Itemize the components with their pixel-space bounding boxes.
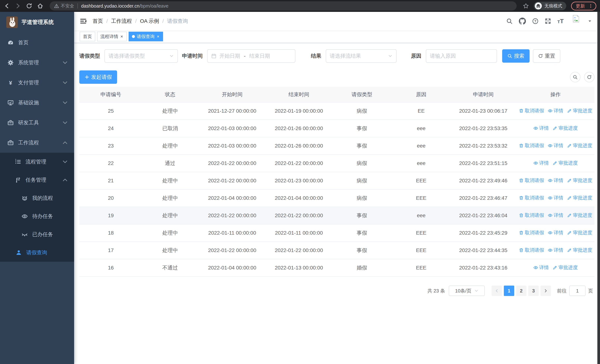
prev-page-button[interactable] (492, 286, 502, 296)
chevron-down-icon (62, 80, 68, 86)
security-chip[interactable]: 不安全 (54, 3, 74, 9)
tag-label: 流程详情 (100, 34, 118, 39)
font-size-icon[interactable]: TT (557, 18, 564, 25)
next-page-button[interactable] (541, 286, 551, 296)
eye-icon (533, 161, 538, 166)
edit-icon (553, 126, 557, 131)
sidebar-item-4[interactable]: 研发工具 (0, 113, 74, 133)
leave-type-select[interactable]: 请选择请假类型 (104, 49, 178, 63)
tag-1[interactable]: 流程详情× (97, 32, 127, 41)
edit-icon (567, 108, 572, 113)
cancel-action-link[interactable]: 取消请假 (519, 229, 544, 236)
close-icon[interactable]: × (120, 34, 123, 39)
close-icon[interactable]: × (156, 34, 160, 39)
cancel-action-link[interactable]: 取消请假 (519, 107, 544, 114)
cancel-action-link[interactable]: 取消请假 (519, 177, 544, 184)
sidebar-item-11[interactable]: 请假查询 (0, 243, 74, 262)
browser-menu-icon[interactable] (588, 3, 593, 8)
progress-action-link[interactable]: 审批进度 (567, 247, 592, 253)
progress-action-link[interactable]: 审批进度 (567, 195, 592, 201)
sidebar-item-label: 已办任务 (32, 231, 53, 238)
toggle-search-button[interactable] (570, 72, 580, 82)
detail-action-link[interactable]: 详情 (548, 177, 563, 184)
browser-scrollbar[interactable] (597, 12, 600, 364)
goto-page-input[interactable] (569, 286, 586, 296)
search-button[interactable]: 搜索 (502, 49, 530, 63)
detail-action-link[interactable]: 详情 (533, 160, 549, 166)
detail-action-link[interactable]: 详情 (548, 195, 563, 201)
sidebar-item-1[interactable]: 系统管理 (0, 53, 74, 73)
sidebar-item-0[interactable]: 首页 (0, 33, 74, 53)
cancel-action-link[interactable]: 取消请假 (519, 212, 544, 218)
tag-0[interactable]: 首页 (80, 32, 95, 41)
user-menu[interactable] (572, 14, 592, 28)
progress-action-link[interactable]: 审批进度 (567, 142, 592, 149)
cancel-action-link[interactable]: 取消请假 (519, 142, 544, 149)
sidebar-item-3[interactable]: 基础设施 (0, 93, 74, 113)
page-button-2[interactable]: 2 (516, 286, 526, 296)
page-button-1[interactable]: 1 (504, 286, 514, 296)
address-bar[interactable]: 不安全 dashboard.yudao.iocoder.cn/bpm/oa/le… (50, 1, 517, 10)
search-icon (507, 54, 512, 58)
cell-id: 21 (79, 172, 142, 189)
reset-button[interactable]: 重置 (533, 49, 560, 63)
home-icon[interactable] (37, 3, 43, 9)
sidebar-item-10[interactable]: 已办任务 (0, 225, 74, 243)
reload-icon[interactable] (26, 3, 32, 9)
breadcrumb-item[interactable]: 工作流程 (111, 18, 132, 25)
back-icon[interactable] (4, 3, 10, 9)
progress-action-link[interactable]: 审批进度 (553, 160, 578, 166)
progress-action-link[interactable]: 审批进度 (567, 229, 592, 236)
cell-id: 23 (79, 137, 142, 155)
breadcrumb-item[interactable]: OA 示例 (140, 18, 159, 25)
cell-start_time: 2022-01-22 00:00:00 (198, 207, 266, 224)
refresh-table-button[interactable] (584, 72, 594, 82)
sidebar-item-7[interactable]: 任务管理 (0, 171, 74, 189)
detail-action-link[interactable]: 详情 (548, 107, 563, 114)
caret-down-icon (588, 19, 592, 23)
page-size-select[interactable]: 10条/页 (449, 286, 485, 296)
progress-action-link[interactable]: 审批进度 (567, 212, 592, 218)
detail-action-link[interactable]: 详情 (548, 142, 563, 149)
progress-action-link[interactable]: 审批进度 (553, 264, 578, 271)
detail-action-link[interactable]: 详情 (533, 264, 549, 271)
avatar[interactable] (572, 14, 585, 28)
breadcrumb-item[interactable]: 首页 (93, 18, 103, 25)
fullscreen-icon[interactable] (545, 18, 551, 24)
progress-action-link[interactable]: 审批进度 (553, 125, 578, 131)
app-logo-row[interactable]: 芋道管理系统 (0, 12, 74, 33)
page-button-3[interactable]: 3 (528, 286, 539, 296)
result-select[interactable]: 请选择流结果 (326, 49, 396, 63)
cell-reason: eee (393, 155, 450, 172)
browser-update-button[interactable]: 更新 (571, 2, 596, 10)
cancel-action-link[interactable]: 取消请假 (519, 195, 544, 201)
cancel-action-link[interactable]: 取消请假 (519, 247, 544, 253)
sidebar-fold-icon[interactable] (80, 18, 87, 25)
cell-leave_type: 事假 (331, 224, 393, 242)
progress-action-link[interactable]: 审批进度 (567, 177, 592, 184)
bookmark-star-icon[interactable] (523, 3, 529, 9)
sidebar-item-5[interactable]: 工作流程 (0, 133, 74, 153)
detail-action-link[interactable]: 详情 (548, 212, 563, 218)
sidebar-item-9[interactable]: 待办任务 (0, 207, 74, 225)
detail-action-link[interactable]: 详情 (548, 247, 563, 253)
eye-icon (548, 230, 553, 235)
cell-end_time: 2022-01-11 00:00:00 (266, 224, 331, 242)
help-icon[interactable]: ? (532, 18, 538, 24)
tag-2[interactable]: 请假查询× (129, 32, 163, 41)
sidebar-item-6[interactable]: 流程管理 (0, 153, 74, 171)
sidebar-item-8[interactable]: 我的流程 (0, 189, 74, 207)
table-row: 24已取消2022-01-03 00:00:002022-01-26 00:00… (79, 120, 594, 137)
progress-action-link[interactable]: 审批进度 (567, 107, 592, 114)
apply-time-range-picker[interactable]: 开始日期 - 结束日期 (207, 49, 295, 63)
detail-action-link[interactable]: 详情 (533, 125, 549, 131)
sidebar-item-2[interactable]: ¥支付管理 (0, 73, 74, 93)
detail-action-link[interactable]: 详情 (548, 229, 563, 236)
cell-actions: 详情审批进度 (517, 155, 594, 172)
reason-input[interactable] (430, 53, 493, 59)
cell-end_time: 2022-01-26 00:00:00 (266, 137, 331, 155)
cell-end_time: 2022-01-13 00:00:00 (266, 259, 331, 277)
search-icon[interactable] (506, 18, 513, 24)
github-icon[interactable] (519, 18, 526, 25)
create-leave-button[interactable]: 发起请假 (79, 70, 117, 84)
